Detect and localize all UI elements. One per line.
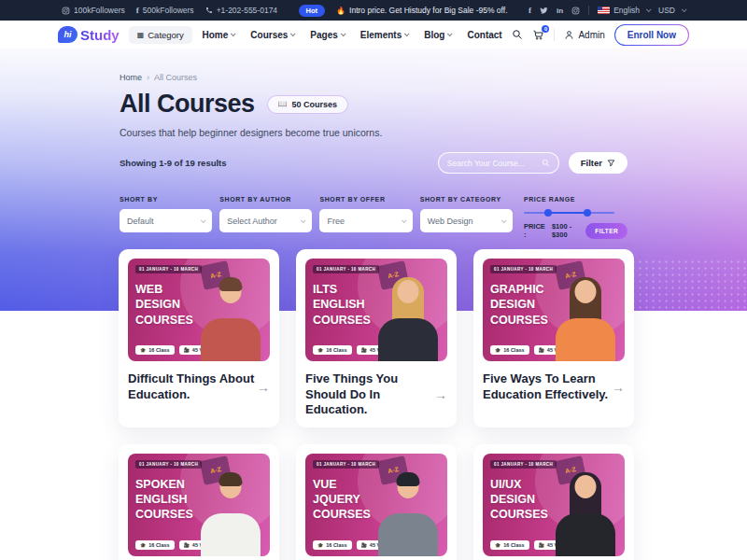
banner-course-title: WEB DESIGN COURSES: [135, 282, 193, 328]
phone-label: +1-202-555-0174: [217, 6, 277, 15]
price-range-slider[interactable]: [524, 209, 627, 217]
logo-study-text: Study: [80, 27, 120, 43]
course-banner[interactable]: A-Z 01 January - 10 March UI/UX DESIGN C…: [483, 454, 625, 556]
nav-label: Home: [203, 30, 229, 40]
funnel-icon: [607, 159, 615, 167]
category-button[interactable]: ▦ Category: [129, 26, 192, 44]
banner-course-title: GRAPHIC DESIGN COURSES: [490, 282, 548, 328]
results-count: Showing 1-9 of 19 results: [120, 158, 227, 168]
course-banner[interactable]: A-Z 01 January - 10 March ILTS ENGLISH C…: [305, 259, 447, 361]
banner-date-badge: 01 January - 10 March: [490, 265, 557, 273]
sort-by-select[interactable]: Default: [120, 209, 212, 232]
course-title-link[interactable]: Five Ways To Learn Education Effectively…: [483, 371, 612, 402]
search-icon: [512, 29, 523, 40]
breadcrumb-home-link[interactable]: Home: [120, 73, 142, 82]
course-count-badge: 📖 50 Courses: [267, 95, 349, 114]
nav-courses[interactable]: Courses: [250, 30, 294, 40]
chevron-down-icon: [341, 31, 346, 36]
course-grid: A-Z 01 January - 10 March WEB DESIGN COU…: [119, 249, 628, 560]
slider-handle-max[interactable]: [584, 209, 591, 217]
person-figure: [372, 470, 444, 556]
main-nav: Home Courses Pages Elements Blog Contact: [203, 30, 502, 40]
category-select[interactable]: Web Design: [420, 209, 513, 232]
graduation-cap-icon: 🎓: [140, 347, 146, 353]
breadcrumb-separator: ›: [147, 73, 149, 82]
course-search: [438, 152, 559, 174]
logo-hi-bubble: hi: [58, 26, 78, 43]
nav-elements[interactable]: Elements: [360, 30, 408, 40]
nav-label: Blog: [424, 30, 444, 40]
filter-bar: SHORT BY Default SHORT BY AUTHOR Select …: [120, 196, 627, 239]
currency-label: USD: [658, 6, 675, 15]
nav-blog[interactable]: Blog: [424, 30, 451, 40]
price-label: PRICE :: [524, 222, 547, 239]
chevron-down-icon: [447, 31, 453, 36]
chevron-down-icon: [231, 31, 236, 36]
banner-date-badge: 01 January - 10 March: [490, 460, 557, 469]
cart-button[interactable]: 0: [532, 29, 544, 41]
person-torso: [201, 318, 261, 361]
nav-label: Courses: [250, 30, 288, 40]
grid-icon: ▦: [137, 31, 145, 39]
account-label: Admin: [578, 30, 604, 40]
promo-banner: 🔥 Intro price. Get Histudy for Big Sale …: [336, 6, 507, 15]
video-camera-icon: 🎥: [539, 542, 544, 548]
course-count-label: 50 Courses: [292, 100, 338, 109]
course-banner[interactable]: A-Z 01 January - 10 March GRAPHIC DESIGN…: [483, 259, 625, 361]
video-camera-icon: 🎥: [184, 542, 190, 548]
video-camera-icon: 🎥: [539, 347, 544, 353]
course-card: A-Z 01 January - 10 March UI/UX DESIGN C…: [473, 444, 634, 560]
search-button[interactable]: [512, 29, 523, 40]
arrow-right-icon[interactable]: →: [612, 380, 625, 395]
language-select[interactable]: English: [598, 6, 650, 15]
person-torso: [201, 513, 261, 556]
instagram-followers-link[interactable]: 100kFollowers: [62, 6, 125, 15]
topbar: 100kFollowers f 500kFollowers +1-202-555…: [0, 0, 747, 21]
stat-label: 16 Class: [148, 542, 169, 548]
course-title-link[interactable]: Difficult Things About Education.: [128, 371, 257, 402]
course-card: A-Z 01 January - 10 March VUE JQUERY COU…: [296, 444, 457, 560]
user-icon: [564, 30, 574, 40]
arrow-right-icon[interactable]: →: [257, 380, 270, 395]
filter-toggle-button[interactable]: Filter: [569, 152, 627, 174]
topbar-left: 100kFollowers f 500kFollowers +1-202-555…: [62, 6, 277, 15]
facebook-followers-link[interactable]: f 500kFollowers: [136, 6, 194, 15]
facebook-followers-label: 500kFollowers: [143, 6, 194, 15]
divider: [588, 6, 589, 15]
course-banner[interactable]: A-Z 01 January - 10 March SPOKEN ENGLISH…: [128, 454, 270, 556]
currency-select[interactable]: USD: [658, 6, 685, 15]
person-hair: [219, 277, 243, 291]
video-camera-icon: 🎥: [361, 542, 367, 548]
facebook-social-link[interactable]: f: [529, 6, 531, 15]
page-subtitle: Courses that help beginner designers bec…: [120, 127, 627, 138]
person-figure: [194, 470, 267, 556]
arrow-right-icon[interactable]: →: [434, 387, 447, 402]
phone-link[interactable]: +1-202-555-0174: [205, 6, 277, 15]
search-icon[interactable]: [542, 159, 550, 167]
linkedin-social-link[interactable]: in: [557, 7, 563, 15]
offer-select[interactable]: Free: [319, 209, 412, 232]
enroll-now-button[interactable]: Enroll Now: [614, 24, 689, 46]
phone-icon: [205, 7, 213, 14]
page-title: All Courses: [120, 90, 255, 119]
banner-date-badge: 01 January - 10 March: [313, 265, 379, 273]
promo-text: Intro price. Get Histudy for Big Sale -9…: [349, 6, 507, 15]
banner-course-title: UI/UX DESIGN COURSES: [490, 477, 548, 523]
course-search-input[interactable]: [447, 159, 542, 168]
instagram-social-link[interactable]: [571, 7, 580, 15]
course-banner[interactable]: A-Z 01 January - 10 March WEB DESIGN COU…: [128, 259, 270, 361]
banner-course-title: SPOKEN ENGLISH COURSES: [135, 477, 193, 523]
apply-filter-button[interactable]: FILTER: [585, 223, 627, 239]
account-button[interactable]: Admin: [564, 30, 604, 40]
logo[interactable]: hi Study: [58, 26, 120, 43]
slider-handle-min[interactable]: [544, 209, 552, 217]
nav-contact[interactable]: Contact: [467, 30, 501, 40]
class-count-badge: 🎓16 Class: [313, 345, 352, 355]
nav-home[interactable]: Home: [203, 30, 235, 40]
course-title-link[interactable]: Five Things You Should Do In Education.: [305, 371, 434, 418]
twitter-social-link[interactable]: [540, 7, 548, 15]
course-banner[interactable]: A-Z 01 January - 10 March VUE JQUERY COU…: [305, 454, 447, 556]
nav-pages[interactable]: Pages: [310, 30, 344, 40]
author-select[interactable]: Select Author: [219, 209, 312, 232]
graduation-cap-icon: 🎓: [495, 542, 500, 548]
